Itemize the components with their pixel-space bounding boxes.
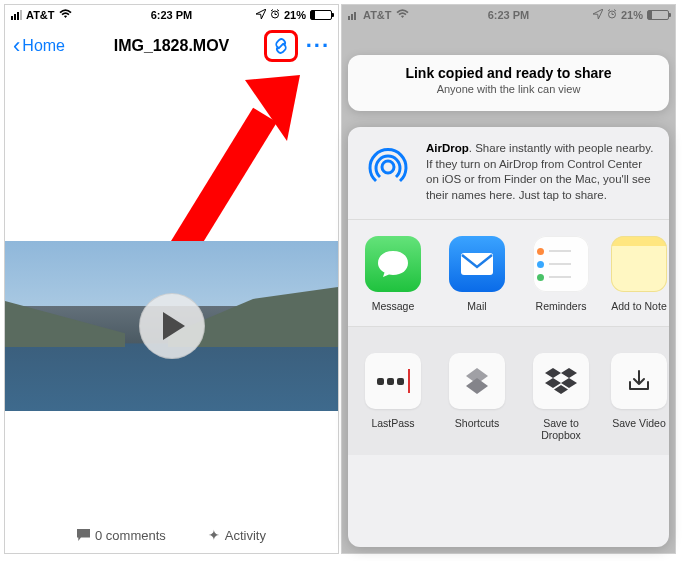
battery-pct: 21% (284, 9, 306, 21)
reminders-icon (533, 236, 589, 292)
dropbox-icon (533, 353, 589, 409)
airdrop-text: AirDrop. Share instantly with people nea… (426, 141, 655, 203)
shortcuts-icon (449, 353, 505, 409)
action-label: LastPass (358, 417, 428, 429)
app-label: Mail (442, 300, 512, 312)
app-label: Reminders (526, 300, 596, 312)
video-preview[interactable] (5, 241, 338, 411)
footer-bar: 0 comments ✦Activity (5, 527, 338, 543)
action-save-video[interactable]: Save Video (610, 353, 668, 441)
scenery-hill (5, 301, 125, 347)
location-icon (593, 9, 603, 21)
battery-icon (647, 10, 669, 20)
action-label: Save Video (610, 417, 668, 429)
share-app-reminders[interactable]: Reminders (526, 236, 596, 312)
link-copied-toast: Link copied and ready to share Anyone wi… (348, 55, 669, 111)
lastpass-icon (365, 353, 421, 409)
share-apps-row: Message Mail Reminders Add to Note (348, 220, 669, 327)
bolt-icon: ✦ (208, 527, 220, 543)
action-lastpass[interactable]: LastPass (358, 353, 428, 441)
action-save-dropbox[interactable]: Save to Dropbox (526, 353, 596, 441)
airdrop-section[interactable]: AirDrop. Share instantly with people nea… (348, 127, 669, 220)
activity-button[interactable]: ✦Activity (208, 527, 266, 543)
share-actions-row: LastPass Shortcuts Save to Dropbox Save … (348, 327, 669, 455)
message-icon (365, 236, 421, 292)
activity-label: Activity (225, 528, 266, 543)
signal-bars-icon (11, 10, 22, 20)
download-icon (611, 353, 667, 409)
chevron-left-icon: ‹ (13, 35, 20, 57)
copy-link-button[interactable] (270, 35, 292, 57)
play-button-icon[interactable] (139, 293, 205, 359)
back-label: Home (22, 37, 65, 55)
share-sheet[interactable]: AirDrop. Share instantly with people nea… (348, 127, 669, 547)
battery-icon (310, 10, 332, 20)
alarm-icon (270, 9, 280, 21)
notes-icon (611, 236, 667, 292)
toast-title: Link copied and ready to share (348, 65, 669, 81)
more-button[interactable]: ··· (306, 33, 330, 59)
location-icon (256, 9, 266, 21)
signal-bars-icon (348, 10, 359, 20)
share-app-message[interactable]: Message (358, 236, 428, 312)
toast-subtitle: Anyone with the link can view (348, 83, 669, 95)
carrier-label: AT&T (26, 9, 55, 21)
svg-point-2 (382, 161, 394, 173)
mail-icon (449, 236, 505, 292)
battery-pct: 21% (621, 9, 643, 21)
phone-right: AT&T 6:23 PM 21% 0 comments ✦Activity Li… (341, 4, 676, 554)
status-bar: AT&T 6:23 PM 21% (5, 5, 338, 25)
carrier-label: AT&T (363, 9, 392, 21)
app-label: Message (358, 300, 428, 312)
action-label: Save to Dropbox (526, 417, 596, 441)
nav-bar: ‹Home IMG_1828.MOV ··· (5, 25, 338, 67)
wifi-icon (396, 9, 409, 21)
action-label: Shortcuts (442, 417, 512, 429)
alarm-icon (607, 9, 617, 21)
wifi-icon (59, 9, 72, 21)
status-bar: AT&T 6:23 PM 21% (342, 5, 675, 25)
comments-label: 0 comments (95, 528, 166, 543)
share-app-mail[interactable]: Mail (442, 236, 512, 312)
back-button[interactable]: ‹Home (13, 35, 65, 57)
app-label: Add to Note (610, 300, 668, 312)
airdrop-icon (362, 141, 414, 193)
comment-icon (77, 529, 90, 541)
action-shortcuts[interactable]: Shortcuts (442, 353, 512, 441)
phone-left: AT&T 6:23 PM 21% ‹Home IMG_1828.MOV ··· (4, 4, 339, 554)
svg-rect-3 (461, 253, 493, 275)
share-app-notes[interactable]: Add to Note (610, 236, 668, 312)
comments-button[interactable]: 0 comments (77, 527, 166, 543)
